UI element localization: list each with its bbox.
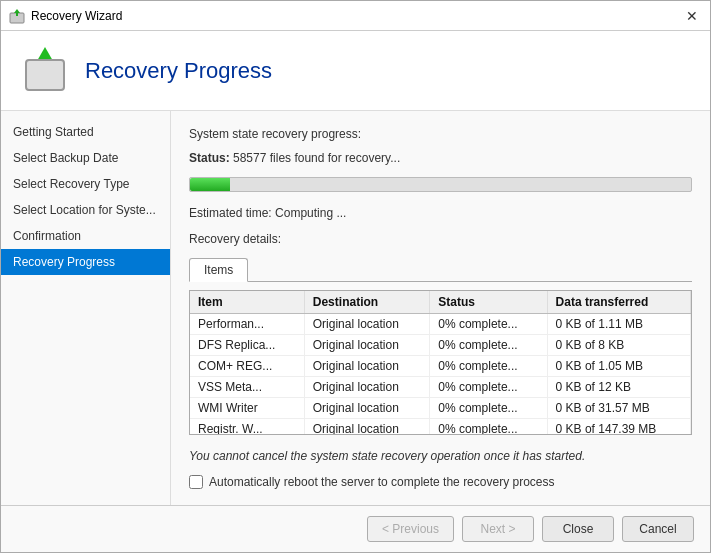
cell-destination: Original location — [304, 313, 429, 334]
status-line: Status: 58577 files found for recovery..… — [189, 151, 692, 165]
cell-data: 0 KB of 8 KB — [547, 334, 690, 355]
status-value: 58577 files found for recovery... — [233, 151, 400, 165]
close-button-footer[interactable]: Close — [542, 516, 614, 542]
checkbox-row: Automatically reboot the server to compl… — [189, 475, 692, 489]
svg-rect-2 — [16, 12, 18, 16]
titlebar: Recovery Wizard ✕ — [1, 1, 710, 31]
cell-item: Performan... — [190, 313, 304, 334]
recovery-details-label: Recovery details: — [189, 232, 692, 246]
cell-item: COM+ REG... — [190, 355, 304, 376]
cell-item: DFS Replica... — [190, 334, 304, 355]
warning-text: You cannot cancel the system state recov… — [189, 449, 692, 463]
col-item: Item — [190, 291, 304, 314]
sidebar-item-confirmation[interactable]: Confirmation — [1, 223, 170, 249]
cell-status: 0% complete... — [430, 313, 547, 334]
cell-data: 0 KB of 31.57 MB — [547, 397, 690, 418]
cell-item: Registr. W... — [190, 418, 304, 435]
sidebar: Getting Started Select Backup Date Selec… — [1, 111, 171, 505]
table-row: COM+ REG...Original location0% complete.… — [190, 355, 691, 376]
progress-bar-fill — [190, 178, 230, 191]
disk-icon — [25, 59, 65, 91]
sidebar-item-getting-started[interactable]: Getting Started — [1, 119, 170, 145]
section-label: System state recovery progress: — [189, 127, 692, 141]
table-header-row: Item Destination Status Data transferred — [190, 291, 691, 314]
main-window: Recovery Wizard ✕ Recovery Progress Gett… — [0, 0, 711, 553]
tab-bar: Items — [189, 258, 692, 282]
cell-data: 0 KB of 147.39 MB — [547, 418, 690, 435]
sidebar-item-recovery-progress[interactable]: Recovery Progress — [1, 249, 170, 275]
cell-status: 0% complete... — [430, 376, 547, 397]
titlebar-left: Recovery Wizard — [9, 8, 122, 24]
close-button[interactable]: ✕ — [682, 6, 702, 26]
titlebar-icon — [9, 8, 25, 24]
col-data-transferred: Data transferred — [547, 291, 690, 314]
cell-item: WMI Writer — [190, 397, 304, 418]
auto-reboot-checkbox[interactable] — [189, 475, 203, 489]
table-row: Registr. W...Original location0% complet… — [190, 418, 691, 435]
body-content: Getting Started Select Backup Date Selec… — [1, 111, 710, 505]
sidebar-item-select-recovery-type[interactable]: Select Recovery Type — [1, 171, 170, 197]
header-icon — [21, 47, 69, 95]
progress-bar-container — [189, 177, 692, 192]
page-title: Recovery Progress — [85, 58, 272, 84]
cell-data: 0 KB of 1.11 MB — [547, 313, 690, 334]
table-container[interactable]: Item Destination Status Data transferred… — [189, 290, 692, 435]
cell-data: 0 KB of 1.05 MB — [547, 355, 690, 376]
table-body: Performan...Original location0% complete… — [190, 313, 691, 435]
cell-status: 0% complete... — [430, 397, 547, 418]
estimated-time-value: Computing ... — [275, 206, 346, 220]
table-row: DFS Replica...Original location0% comple… — [190, 334, 691, 355]
wizard-header: Recovery Progress — [1, 31, 710, 111]
cell-data: 0 KB of 12 KB — [547, 376, 690, 397]
table-row: VSS Meta...Original location0% complete.… — [190, 376, 691, 397]
estimated-time: Estimated time: Computing ... — [189, 206, 692, 220]
next-button[interactable]: Next > — [462, 516, 534, 542]
main-area: System state recovery progress: Status: … — [171, 111, 710, 505]
cell-destination: Original location — [304, 355, 429, 376]
table-row: WMI WriterOriginal location0% complete..… — [190, 397, 691, 418]
cell-destination: Original location — [304, 376, 429, 397]
cell-destination: Original location — [304, 397, 429, 418]
cell-status: 0% complete... — [430, 334, 547, 355]
col-destination: Destination — [304, 291, 429, 314]
cancel-button[interactable]: Cancel — [622, 516, 694, 542]
sidebar-item-select-location[interactable]: Select Location for Syste... — [1, 197, 170, 223]
cell-destination: Original location — [304, 418, 429, 435]
auto-reboot-label[interactable]: Automatically reboot the server to compl… — [209, 475, 555, 489]
cell-destination: Original location — [304, 334, 429, 355]
wizard-footer: < Previous Next > Close Cancel — [1, 505, 710, 552]
recovery-table: Item Destination Status Data transferred… — [190, 291, 691, 435]
sidebar-item-select-backup-date[interactable]: Select Backup Date — [1, 145, 170, 171]
cell-item: VSS Meta... — [190, 376, 304, 397]
status-label: Status: — [189, 151, 230, 165]
window-title: Recovery Wizard — [31, 9, 122, 23]
estimated-time-label: Estimated time: — [189, 206, 272, 220]
col-status: Status — [430, 291, 547, 314]
previous-button[interactable]: < Previous — [367, 516, 454, 542]
cell-status: 0% complete... — [430, 418, 547, 435]
table-row: Performan...Original location0% complete… — [190, 313, 691, 334]
tab-items[interactable]: Items — [189, 258, 248, 282]
cell-status: 0% complete... — [430, 355, 547, 376]
